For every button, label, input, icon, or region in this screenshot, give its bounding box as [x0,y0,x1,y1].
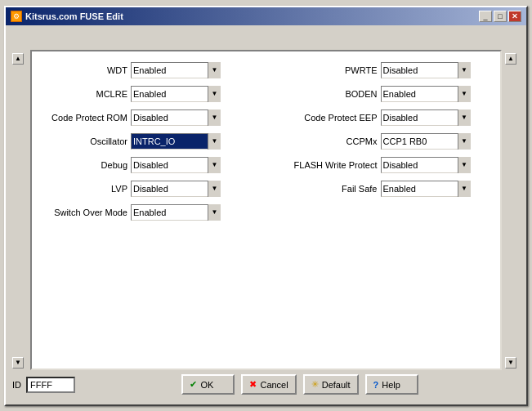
right-scroll-up[interactable]: ▲ [505,53,516,65]
field-row-mclre: MCLRE EnabledDisabled ▼ [45,85,254,103]
select-lvp[interactable]: DisabledEnabled [131,181,221,197]
help-label: Help [382,380,400,390]
select-wrapper-mclre: EnabledDisabled ▼ [131,86,221,102]
select-oscillator[interactable]: INTRC_IO INTRCECHSXTLP [131,133,221,150]
help-icon: ? [373,380,379,390]
label-failsafe: Fail Safe [279,184,381,194]
select-switchovermode[interactable]: EnabledDisabled [131,204,221,221]
field-row-ccpmx: CCPMx CCP1 RB0CCP1 RB3 ▼ [279,132,488,150]
field-row-codeproteep: Code Protect EEP DisabledEnabled ▼ [279,109,488,127]
left-column: WDT EnabledDisabled ▼ MCLRE [45,61,254,221]
id-label: ID [12,380,21,390]
select-boden[interactable]: EnabledDisabled [381,86,471,102]
field-row-flashwp: FLASH Write Protect DisabledEnabled ▼ [279,156,488,174]
default-button[interactable]: ✳ Default [303,374,359,395]
right-scroll-down[interactable]: ▼ [505,357,516,369]
cancel-button[interactable]: ✖ Cancel [241,374,296,395]
field-row-debug: Debug DisabledEnabled ▼ [45,156,254,174]
title-buttons: _ □ ✕ [479,11,521,22]
select-wrapper-codeproteep: DisabledEnabled ▼ [381,109,471,126]
ok-button[interactable]: ✔ OK [181,374,235,395]
help-button[interactable]: ? Help [365,374,418,395]
select-wrapper-wdt: EnabledDisabled ▼ [131,62,221,78]
field-row-switchovermode: Switch Over Mode EnabledDisabled ▼ [45,203,254,221]
ok-label: OK [200,380,213,390]
label-flashwp: FLASH Write Protect [279,160,381,170]
right-side-nav: ▲ ▼ [505,50,520,372]
select-ccpmx[interactable]: CCP1 RB0CCP1 RB3 [381,133,471,150]
label-debug: Debug [45,160,131,170]
buttons-row: ✔ OK ✖ Cancel ✳ Default ? Help [80,374,520,395]
select-pwrte[interactable]: DisabledEnabled [381,62,471,78]
select-wrapper-pwrte: DisabledEnabled ▼ [381,62,471,78]
label-mclre: MCLRE [45,89,131,99]
select-wrapper-codeprotrom: DisabledEnabled ▼ [131,109,221,126]
label-pwrte: PWRTE [279,65,381,75]
select-failsafe[interactable]: EnabledDisabled [381,181,471,197]
label-codeproteep: Code Protect EEP [279,113,381,123]
cancel-icon: ✖ [249,379,257,390]
select-wrapper-switchovermode: EnabledDisabled ▼ [131,204,221,221]
field-row-wdt: WDT EnabledDisabled ▼ [45,61,254,79]
select-mclre[interactable]: EnabledDisabled [131,86,221,102]
select-wrapper-debug: DisabledEnabled ▼ [131,157,221,173]
select-codeproteep[interactable]: DisabledEnabled [381,109,471,126]
id-input[interactable] [26,377,75,393]
field-row-oscillator: Oscillator INTRC_IO INTRCECHSXTLP ▼ [45,132,254,150]
select-wdt[interactable]: EnabledDisabled [131,62,221,78]
select-wrapper-lvp: DisabledEnabled ▼ [131,181,221,197]
label-wdt: WDT [45,65,131,75]
minimize-button[interactable]: _ [479,11,492,22]
label-codeprotrom: Code Protect ROM [45,113,131,123]
select-wrapper-oscillator: INTRC_IO INTRCECHSXTLP ▼ [131,133,221,150]
ok-icon: ✔ [190,379,197,390]
window-title: Kitsrus.com FUSE Edit [25,11,123,21]
select-codeprotrom[interactable]: DisabledEnabled [131,109,221,126]
field-row-codeprotrom: Code Protect ROM DisabledEnabled ▼ [45,109,254,127]
field-row-lvp: LVP DisabledEnabled ▼ [45,180,254,198]
bottom-section: ID ✔ OK ✖ Cancel ✳ Default ? Help [12,372,520,398]
left-side-nav: ▲ ▼ [12,50,27,372]
close-button[interactable]: ✕ [508,11,521,22]
right-column: PWRTE DisabledEnabled ▼ BODEN [262,61,488,221]
select-flashwp[interactable]: DisabledEnabled [381,157,471,173]
select-debug[interactable]: DisabledEnabled [131,157,221,173]
cancel-label: Cancel [260,380,288,390]
default-icon: ✳ [311,379,319,390]
label-lvp: LVP [45,184,131,194]
maximize-button[interactable]: □ [494,11,507,22]
left-scroll-up[interactable]: ▲ [12,53,24,65]
left-scroll-down[interactable]: ▼ [12,357,24,369]
select-wrapper-failsafe: EnabledDisabled ▼ [381,181,471,197]
window: ⚙ Kitsrus.com FUSE Edit _ □ ✕ ▲ ▼ ▲ ▼ [4,6,528,406]
label-switchovermode: Switch Over Mode [45,208,131,217]
label-ccpmx: CCPMx [279,136,381,146]
field-row-pwrte: PWRTE DisabledEnabled ▼ [279,61,488,79]
default-label: Default [322,380,351,390]
field-row-failsafe: Fail Safe EnabledDisabled ▼ [279,180,488,198]
select-wrapper-boden: EnabledDisabled ▼ [381,86,471,102]
label-oscillator: Oscillator [45,136,131,146]
title-bar-left: ⚙ Kitsrus.com FUSE Edit [11,11,123,22]
select-wrapper-flashwp: DisabledEnabled ▼ [381,157,471,173]
app-icon: ⚙ [11,11,22,22]
select-wrapper-ccpmx: CCP1 RB0CCP1 RB3 ▼ [381,133,471,150]
field-row-boden: BODEN EnabledDisabled ▼ [279,85,488,103]
title-bar: ⚙ Kitsrus.com FUSE Edit _ □ ✕ [6,7,526,25]
label-boden: BODEN [279,89,381,99]
main-content: WDT EnabledDisabled ▼ MCLRE [30,50,502,370]
